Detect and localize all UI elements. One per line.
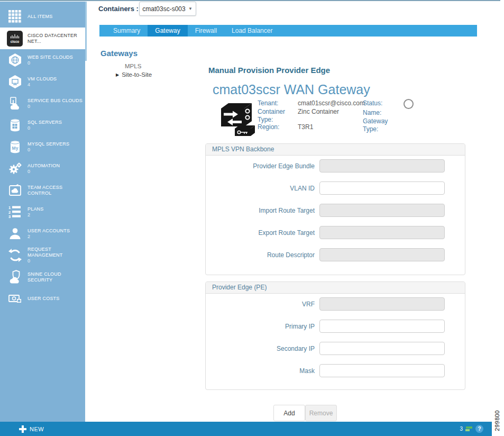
region-label: Region: [258, 123, 279, 131]
remove-button: Remove [305, 405, 337, 421]
wan-gateway-router-icon [214, 100, 256, 140]
sidebar: ALL ITEMS cisco CISCO DATACENTER NET... … [0, 2, 85, 422]
sidebar-item-label: VM CLOUDS [28, 76, 57, 82]
gateway-type-label: Gateway Type: [363, 117, 392, 133]
money-icon [5, 292, 25, 306]
field-label: VRF [206, 301, 319, 308]
region-value: T3R1 [298, 123, 313, 131]
sidebar-item-label: SERVICE BUS CLOUDS [28, 98, 83, 104]
mpls-vpn-backbone-panel: MPLS VPN Backbone Provider Edge Bundle V… [205, 143, 465, 275]
grid-icon [5, 10, 25, 23]
svg-text:3: 3 [8, 214, 11, 219]
tab-firewall[interactable]: Firewall [188, 25, 224, 37]
sidebar-item-label: CISCO DATACENTER NET... [28, 33, 85, 44]
mask-input[interactable] [319, 364, 445, 377]
sql-server-icon [5, 118, 25, 132]
provider-edge-panel: Provider Edge (PE) VRF Primary IP Second… [205, 281, 465, 390]
sidebar-item-count: 0 [28, 125, 62, 131]
mysql-server-icon: My [5, 140, 25, 154]
svg-text:My: My [12, 146, 18, 151]
sidebar-item-count: 0 [28, 60, 73, 66]
sidebar-item-count: 0 [28, 147, 69, 153]
sidebar-item-mysql-servers[interactable]: My MYSQL SERVERS 0 [0, 136, 85, 158]
field-label: Provider Edge Bundle [206, 162, 319, 170]
containers-select-value: cmat03sc-s003 [140, 5, 188, 13]
sidebar-item-label: MYSQL SERVERS [28, 141, 69, 147]
sidebar-item-user-costs[interactable]: USER COSTS [0, 288, 85, 310]
sidebar-item-label: TEAM ACCESS CONTROL [28, 185, 85, 196]
panel-title: Provider Edge (PE) [206, 282, 465, 294]
import-route-target-input [319, 204, 445, 217]
field-label: Export Route Target [206, 229, 319, 237]
tree-node-mpls[interactable]: MPLS [125, 63, 141, 69]
tab-summary[interactable]: Summary [106, 25, 148, 37]
new-button[interactable]: NEW [19, 425, 44, 433]
sidebar-item-count: 0 [28, 258, 85, 264]
sidebar-item-all-items[interactable]: ALL ITEMS [0, 6, 85, 28]
tab-gateway[interactable]: Gateway [148, 25, 187, 37]
sidebar-item-label: USER ACCOUNTS [28, 228, 70, 234]
sidebar-item-count: 2 [28, 234, 70, 240]
sidebar-item-vm-clouds[interactable]: VM CLOUDS 4 [0, 71, 85, 93]
sidebar-item-plans[interactable]: 123 PLANS 2 [0, 201, 85, 223]
status-label: Status: [363, 99, 382, 107]
provider-edge-bundle-input [319, 159, 445, 172]
sidebar-item-label: ALL ITEMS [28, 14, 52, 20]
field-label: Import Route Target [206, 207, 319, 214]
plans-list-icon: 123 [5, 205, 25, 219]
sidebar-item-label: PLANS [28, 206, 44, 212]
sidebar-item-request-management[interactable]: REQUEST MANAGEMENT 0 [0, 244, 85, 266]
panel-title: MPLS VPN Backbone [206, 144, 465, 156]
status-bars-icon[interactable] [465, 426, 473, 432]
tenant-label: Tenant: [258, 99, 278, 107]
status-indicator-icon [404, 99, 414, 109]
sidebar-item-label: SNINE CLOUD SECURITY [28, 271, 85, 283]
sidebar-item-label: SQL SERVERS [28, 120, 62, 125]
chevron-down-icon: ▼ [188, 6, 196, 11]
svg-text:cisco: cisco [11, 40, 20, 43]
name-label: Name: [363, 109, 381, 117]
vrf-input [319, 297, 445, 311]
figure-number: 299800 [494, 410, 500, 431]
export-route-target-input [319, 226, 445, 239]
tab-bar: Summary Gateway Firewall Load Balancer [99, 25, 477, 37]
secondary-ip-input[interactable] [319, 342, 445, 355]
sidebar-item-cisco-datacenter[interactable]: cisco CISCO DATACENTER NET... [0, 28, 85, 49]
sidebar-item-web-site-clouds[interactable]: WEB SITE CLOUDS 0 [0, 49, 85, 71]
tab-load-balancer[interactable]: Load Balancer [224, 25, 280, 37]
section-title: Manual Provision Provider Edge [208, 66, 330, 75]
field-label: Route Descriptor [206, 251, 319, 259]
sidebar-item-snine-cloud-security[interactable]: SNINE CLOUD SECURITY [0, 266, 85, 288]
new-button-label: NEW [30, 426, 44, 432]
help-icon[interactable]: ? [475, 425, 483, 433]
content-divider [85, 2, 87, 61]
web-clouds-icon [5, 53, 25, 67]
sidebar-item-label: USER COSTS [28, 296, 60, 302]
field-label: Primary IP [206, 323, 319, 330]
tree-node-site-to-site[interactable]: ▶ Site-to-Site [116, 71, 152, 78]
gateway-title: cmat03scsr WAN Gateway [213, 82, 370, 97]
plus-icon [19, 425, 26, 433]
route-descriptor-input [319, 248, 445, 261]
primary-ip-input[interactable] [319, 320, 445, 333]
tree-node-label: Site-to-Site [122, 71, 152, 78]
sidebar-item-user-accounts[interactable]: USER ACCOUNTS 2 [0, 223, 85, 244]
containers-label: Containers : [98, 5, 139, 13]
sidebar-item-automation[interactable]: AUTOMATION 0 [0, 158, 85, 179]
sidebar-item-sql-servers[interactable]: SQL SERVERS 0 [0, 114, 85, 136]
gateways-heading: Gateways [100, 49, 138, 58]
vlan-id-input[interactable] [319, 181, 445, 195]
cloud-security-icon [5, 270, 25, 284]
container-type-label: Container Type: [258, 108, 290, 124]
figure-top-border [0, 0, 500, 1]
add-button[interactable]: Add [273, 405, 305, 421]
sidebar-item-count: 0 [28, 169, 60, 175]
sidebar-item-count: 2 [28, 212, 44, 218]
sidebar-item-team-access-control[interactable]: TEAM ACCESS CONTROL [0, 179, 85, 201]
automation-gear-icon [5, 161, 25, 176]
container-type-value: Zinc Container [298, 108, 339, 116]
tree-expand-icon[interactable]: ▶ [116, 72, 119, 77]
containers-select[interactable]: cmat03sc-s003 ▼ [139, 2, 196, 16]
sidebar-item-service-bus-clouds[interactable]: SERVICE BUS CLOUDS 0 [0, 93, 85, 114]
bottom-command-bar: NEW 3 ? [0, 422, 492, 436]
